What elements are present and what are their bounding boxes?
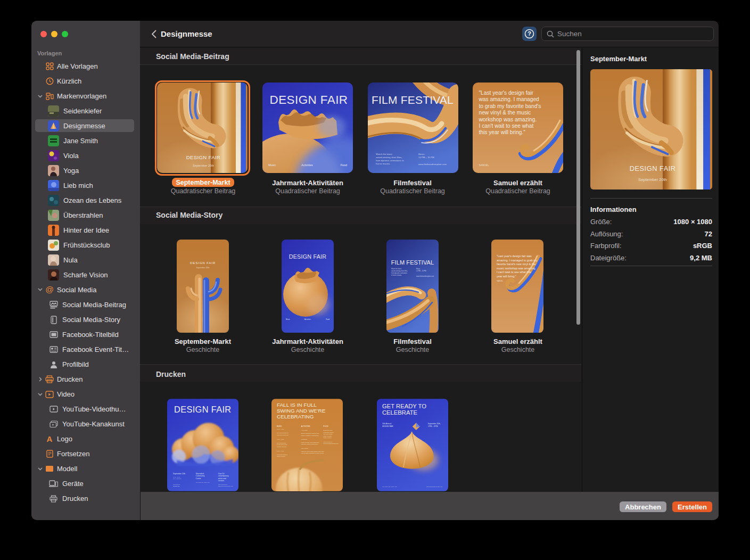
svg-text:?: ?: [528, 30, 531, 37]
